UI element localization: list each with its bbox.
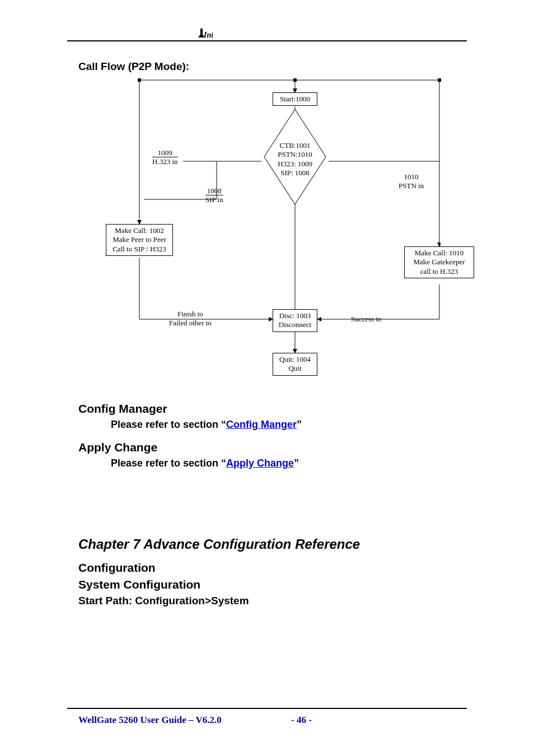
apply-change-link[interactable]: Apply Change (226, 458, 294, 469)
decision-line: CTB:1001 (280, 141, 311, 150)
page-footer: WellGate 5260 User Guide – V6.2.0 - 46 - (78, 715, 312, 726)
system-config-heading: System Configuration (78, 578, 467, 591)
disconnect-node: Disc: 1003 Disconnect (273, 309, 317, 332)
apply-change-ref: Please refer to section “Apply Change” (111, 458, 467, 469)
make-call-right-node: Make Call: 1010 Make Gatekeeper call to … (404, 246, 474, 278)
chapter-heading: Chapter 7 Advance Configuration Referenc… (78, 536, 467, 552)
call-flow-heading: Call Flow (P2P Mode): (78, 60, 467, 73)
page-content: Call Flow (P2P Mode): (78, 60, 467, 613)
configuration-heading: Configuration (78, 561, 467, 575)
config-manager-link[interactable]: Config Manger (226, 419, 297, 430)
decision-line: PSTN:1010 (278, 150, 312, 158)
footer-page-number: - 46 - (291, 715, 312, 725)
decision-line: SIP: 1008 (280, 169, 310, 177)
success-label: Success to (351, 315, 382, 324)
finish-label: Finish to Failed other to (169, 310, 212, 328)
footer-guide: WellGate 5260 User Guide – V6.2.0 (78, 715, 222, 725)
svg-rect-1 (200, 29, 203, 34)
footer-separator (67, 708, 467, 709)
make-call-left-node: Make Call: 1002 Make Peer to Peer Call t… (106, 224, 173, 256)
config-manager-heading: Config Manager (78, 402, 467, 416)
apply-change-heading: Apply Change (78, 441, 467, 454)
start-path: Start Path: Configuration>System (78, 595, 467, 607)
header-separator (67, 40, 467, 41)
pstn-in-label: 1010 PSTN in (399, 172, 424, 191)
quit-node: Quit: 1004 Quit (273, 353, 317, 376)
decision-line: H323: 1009 (278, 160, 312, 168)
call-flow-diagram: Start:1000 CTB:1001 PSTN:1010 H323: 1009… (105, 78, 441, 392)
config-manager-ref: Please refer to section “Config Manger” (111, 419, 467, 431)
start-node: Start:1000 (273, 92, 317, 106)
svg-text:Ini: Ini (203, 31, 213, 39)
sip-in-label: 1008 SIP in (205, 186, 223, 205)
decision-node: CTB:1001 PSTN:1010 H323: 1009 SIP: 1008 (264, 134, 326, 188)
h323-in-label: 1009 H.323 in (152, 148, 178, 167)
